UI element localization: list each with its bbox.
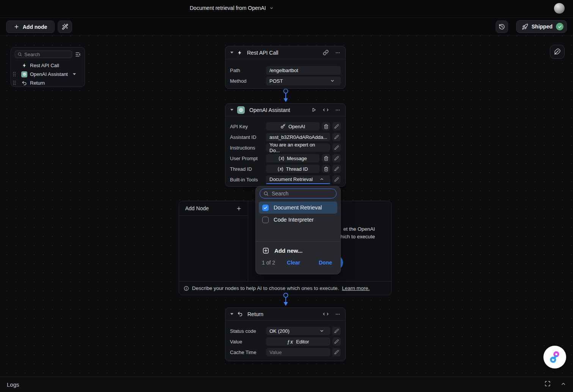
edit-value-button[interactable] (332, 348, 341, 356)
dropdown-search-input[interactable] (272, 190, 333, 197)
edit-value-button[interactable] (332, 175, 341, 184)
user-avatar[interactable] (554, 3, 565, 14)
delete-value-button[interactable] (322, 122, 330, 131)
assistant-id-input[interactable]: asst_b3ZR0AdARoAdda... (266, 133, 330, 141)
logs-panel[interactable]: Logs (0, 376, 573, 392)
dropdown-search[interactable] (260, 189, 337, 198)
flow-title-menu[interactable]: Document retrieval from OpenAI (190, 5, 274, 11)
node-openai-assistant[interactable]: OpenAI Assistant API Key OpenAI (225, 103, 346, 187)
buildship-logo-button[interactable] (543, 346, 566, 368)
buildship-logo-icon (549, 351, 560, 364)
code-icon[interactable] (323, 107, 329, 113)
node-menu-icon[interactable] (335, 107, 340, 113)
return-icon (21, 80, 27, 86)
drag-handle-icon[interactable] (13, 80, 16, 85)
delete-value-button[interactable] (322, 154, 330, 162)
instructions-input[interactable]: You are an expert on Do... (266, 143, 330, 152)
collapse-node-icon[interactable] (230, 109, 233, 111)
cache-time-input[interactable]: Value (266, 348, 330, 356)
field-label: Method (230, 78, 266, 84)
palette-search-input[interactable] (24, 52, 69, 57)
node-menu-icon[interactable] (335, 312, 340, 317)
delete-value-button[interactable] (322, 165, 330, 173)
edit-value-button[interactable] (332, 122, 341, 131)
edit-value-button[interactable] (332, 327, 341, 335)
chevron-down-icon (269, 6, 274, 10)
value-editor-chip[interactable]: ƒx Editor (266, 337, 330, 346)
run-node-icon[interactable] (312, 107, 316, 112)
ai-wand-button[interactable] (58, 20, 72, 33)
built-in-tools-select[interactable]: Document Retrieval (266, 175, 330, 184)
checkbox-unchecked-icon[interactable] (262, 217, 269, 223)
collapse-logs-icon[interactable] (560, 381, 566, 387)
variable-icon: (x) (279, 156, 284, 161)
variable-icon: (x) (278, 166, 283, 172)
method-select[interactable]: POST (266, 77, 341, 85)
node-rest-api-call[interactable]: Rest API Call Path /engelbartbot Method … (225, 46, 346, 89)
collapse-node-icon[interactable] (230, 313, 233, 315)
group-footer-text: Describe your nodes to help AI to choose… (192, 285, 339, 291)
node-header: OpenAI Assistant (225, 104, 345, 116)
add-new-option[interactable]: Add new... (259, 245, 337, 256)
add-node-placeholder-label: Add Node (185, 205, 209, 211)
plus-icon (14, 24, 19, 30)
add-node-placeholder[interactable]: Add Node (179, 201, 248, 216)
option-label: Document Retrieval (274, 205, 322, 211)
dropdown-divider (256, 241, 340, 242)
group-divider (248, 201, 248, 281)
built-in-tools-dropdown: Document Retrieval Code Interpreter Add … (255, 186, 341, 274)
return-icon (237, 311, 243, 317)
plus-icon[interactable] (236, 206, 242, 211)
palette-item-rest-api-call[interactable]: Rest API Call (13, 61, 81, 70)
edit-value-button[interactable] (332, 165, 341, 173)
function-icon: ƒx (287, 339, 293, 345)
edit-value-button[interactable] (332, 337, 341, 346)
api-key-chip[interactable]: OpenAI (266, 122, 320, 131)
chevron-down-icon (330, 79, 337, 83)
user-prompt-variable-chip[interactable]: (x) Message (266, 154, 320, 162)
canvas-toolbar: Add node Shipped (0, 18, 573, 35)
node-header: Rest API Call (225, 46, 345, 59)
drag-handle-icon[interactable] (13, 72, 16, 77)
fullscreen-icon[interactable] (545, 381, 551, 387)
thread-id-variable-chip[interactable]: (x) Thread ID (266, 165, 320, 173)
collapse-node-icon[interactable] (230, 52, 233, 54)
field-label: Built-in Tools (230, 177, 266, 183)
code-icon[interactable] (323, 311, 329, 317)
field-label: Cache Time (230, 349, 266, 355)
edit-value-button[interactable] (332, 143, 341, 152)
palette-item-return[interactable]: Return (13, 79, 81, 87)
add-node-button[interactable]: Add node (6, 20, 55, 33)
app-header: Document retrieval from OpenAI (0, 0, 573, 18)
learn-more-link[interactable]: Learn more. (342, 285, 370, 291)
expand-item-icon[interactable] (73, 73, 76, 75)
status-code-select[interactable]: OK (200) (266, 327, 330, 335)
palette-search[interactable] (15, 50, 72, 58)
clear-button[interactable]: Clear (287, 260, 300, 266)
path-input[interactable]: /engelbartbot (266, 66, 341, 75)
option-document-retrieval[interactable]: Document Retrieval (259, 202, 337, 214)
node-menu-icon[interactable] (335, 50, 340, 55)
node-title: Rest API Call (247, 50, 278, 56)
node-return[interactable]: Return Status code OK (200) Value (225, 307, 346, 361)
collapse-panel-icon[interactable] (75, 52, 81, 57)
connector-arrow (281, 88, 290, 103)
palette-item-openai-assistant[interactable]: OpenAI Assistant (13, 70, 81, 79)
info-icon (184, 286, 189, 291)
link-icon[interactable] (323, 50, 329, 55)
done-button[interactable]: Done (319, 260, 332, 266)
field-label: Thread ID (230, 166, 266, 172)
add-node-label: Add node (23, 24, 47, 30)
field-label: Status code (230, 328, 266, 334)
option-code-interpreter[interactable]: Code Interpreter (259, 214, 337, 226)
palette-item-label: Return (30, 80, 45, 86)
annotate-button[interactable] (550, 45, 565, 59)
shipped-button[interactable]: Shipped (516, 20, 567, 33)
edit-value-button[interactable] (332, 154, 341, 162)
checkbox-checked-icon[interactable] (262, 205, 269, 211)
edit-value-button[interactable] (332, 133, 341, 141)
connector-arrow (281, 293, 290, 307)
palette-item-label: Rest API Call (30, 63, 59, 68)
version-history-button[interactable] (496, 20, 508, 33)
group-description: et the OpenAI hich to execute (340, 225, 375, 241)
